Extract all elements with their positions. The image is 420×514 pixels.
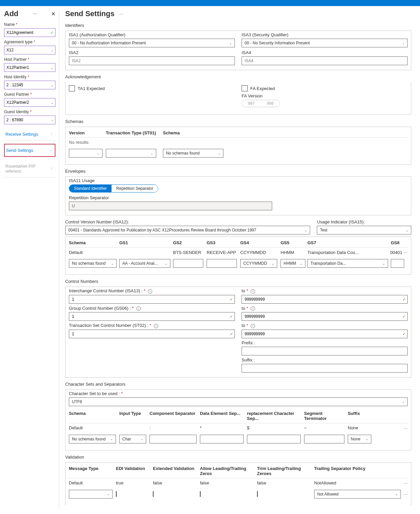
host-identity-label: Host Identity * bbox=[4, 75, 55, 79]
env-gs8-input[interactable] bbox=[391, 259, 404, 268]
cs-inputtype-select[interactable]: Char⌄ bbox=[119, 435, 146, 443]
info-icon[interactable]: i bbox=[251, 289, 255, 294]
cs-suffix-select[interactable]: None⌄ bbox=[348, 435, 371, 443]
ctrl-label: Control Numbers bbox=[65, 279, 411, 284]
cs-segterm-input[interactable] bbox=[304, 435, 344, 443]
charset-used-label: Character Set to be used : * bbox=[69, 391, 408, 396]
ta1-checkbox[interactable]: TA1 Expected bbox=[69, 85, 235, 91]
rep-sep-input bbox=[69, 202, 272, 210]
isa2-input[interactable] bbox=[69, 56, 235, 65]
row-more-icon[interactable]: ··· bbox=[404, 250, 408, 255]
val-trim-checkbox[interactable] bbox=[257, 491, 258, 497]
isa11-label: ISA11 Usage bbox=[69, 178, 408, 183]
val-leading-checkbox[interactable] bbox=[200, 491, 201, 497]
suffix-input[interactable] bbox=[242, 364, 408, 373]
envelopes-section: ISA11 Usage Standard Identifier Repetiti… bbox=[65, 176, 411, 215]
env-gs5-select[interactable]: HHMM⌄ bbox=[281, 259, 305, 268]
host-partner-label: Host Partner * bbox=[4, 57, 55, 62]
guest-partner-select[interactable] bbox=[4, 98, 55, 107]
schemas-label: Schemas bbox=[65, 119, 411, 124]
guest-identity-select[interactable] bbox=[4, 116, 55, 124]
val-edi-checkbox[interactable] bbox=[116, 491, 117, 497]
info-icon[interactable]: i bbox=[136, 306, 141, 311]
cs-compsep-input[interactable] bbox=[150, 435, 197, 443]
page-more-icon[interactable]: ··· bbox=[119, 11, 123, 16]
st02-from-input[interactable] bbox=[69, 330, 235, 338]
isa4-input[interactable] bbox=[242, 56, 408, 65]
fa-version-label: FA Version bbox=[242, 93, 408, 98]
isa12-select[interactable]: 00401 - Standards Approved for Publicati… bbox=[65, 226, 310, 234]
send-settings-link[interactable]: Send Settings〉 bbox=[4, 144, 55, 157]
schema-version-select[interactable]: ⌄ bbox=[69, 149, 102, 158]
envelopes-label: Envelopes bbox=[65, 169, 411, 174]
val-policy-select[interactable]: Not Allowed⌄ bbox=[314, 490, 401, 499]
cs-schema-select[interactable]: No schemas found⌄ bbox=[69, 435, 116, 443]
no-results: No results bbox=[69, 138, 408, 147]
row-more-icon[interactable]: ··· bbox=[404, 480, 408, 486]
env-gs4-select[interactable]: CCYYMMDD⌄ bbox=[240, 259, 277, 268]
isa1-label: ISA1 (Authorization Qualifier) bbox=[69, 32, 235, 37]
st02-to-input[interactable] bbox=[242, 330, 408, 338]
validation-label: Validation bbox=[65, 455, 411, 460]
sidebar-more-icon[interactable]: ··· bbox=[33, 11, 37, 17]
env-gs7-select[interactable]: Transportation Da...⌄ bbox=[307, 259, 388, 268]
val-msgtype-select[interactable]: ⌄ bbox=[69, 490, 113, 499]
sidebar-title: Add bbox=[4, 9, 18, 18]
check-icon: ✓ bbox=[50, 31, 53, 35]
validation-section: Message Type EDI Validation Extended Val… bbox=[65, 462, 411, 505]
info-icon[interactable]: i bbox=[251, 306, 255, 311]
env-schema-select[interactable]: No schemas found⌄ bbox=[69, 259, 117, 268]
gs06-to-input[interactable] bbox=[242, 312, 408, 321]
agreement-type-label: Agreement type * bbox=[4, 40, 55, 44]
st02-to-label: to * i bbox=[242, 323, 408, 328]
isa13-to-input[interactable] bbox=[242, 295, 408, 304]
fa-version-toggle[interactable]: 997999 bbox=[242, 100, 280, 107]
isa3-select[interactable]: 00 - No Security Information Present⌄ bbox=[242, 39, 408, 47]
guest-partner-label: Guest Partner * bbox=[4, 92, 55, 97]
env-gs2-input[interactable] bbox=[173, 259, 203, 268]
page-title: Send Settings bbox=[65, 9, 115, 18]
val-ext-checkbox[interactable] bbox=[153, 491, 154, 497]
isa15-label: Usage Indicator (ISA15): bbox=[317, 219, 411, 224]
isa13-from-input[interactable] bbox=[69, 295, 235, 304]
isa11-toggle[interactable]: Standard Identifier Repetition Separator bbox=[69, 184, 158, 192]
receive-settings-link[interactable]: Receive Settings〉 bbox=[4, 128, 55, 140]
identifiers-section: ISA1 (Authorization Qualifier) 00 - No A… bbox=[65, 31, 411, 70]
host-identity-select[interactable] bbox=[4, 81, 55, 89]
gs06-to-label: to * i bbox=[242, 306, 408, 311]
schema-select[interactable]: No schemas found⌄ bbox=[163, 149, 223, 158]
info-icon[interactable]: i bbox=[251, 324, 255, 328]
add-sidebar: Add ··· ✕ Name * ✓ Agreement type * ⌄ Ho… bbox=[4, 9, 59, 509]
close-icon[interactable]: ✕ bbox=[51, 11, 55, 17]
cs-datasep-input[interactable] bbox=[200, 435, 244, 443]
row-more-icon[interactable]: ··· bbox=[404, 425, 408, 431]
host-partner-select[interactable] bbox=[4, 63, 55, 72]
chevron-down-icon: ⌄ bbox=[402, 41, 405, 45]
chevron-right-icon: 〉 bbox=[51, 132, 54, 137]
chevron-right-icon: 〉 bbox=[51, 166, 54, 171]
agreement-type-select[interactable] bbox=[4, 46, 55, 54]
identifiers-label: Identifiers bbox=[65, 23, 411, 28]
info-icon[interactable]: i bbox=[148, 289, 152, 294]
check-icon: ✓ bbox=[403, 297, 406, 301]
isa4-label: ISA4 bbox=[242, 50, 408, 55]
row-more-icon[interactable]: ··· bbox=[404, 491, 408, 497]
charset-select[interactable]: UTF8⌄ bbox=[69, 397, 408, 406]
st02-label: Transaction Set Control Number (ST02) : … bbox=[69, 323, 235, 328]
rosettanet-link[interactable]: RosettaNet PIP referenc〉 bbox=[4, 160, 55, 177]
isa1-select[interactable]: 00 - No Authorization Information Presen… bbox=[69, 39, 235, 47]
env-gs3-input[interactable] bbox=[207, 259, 237, 268]
ack-section: TA1 Expected FA Expected FA Version 9979… bbox=[65, 82, 411, 115]
env-gs1-select[interactable]: AA - Account Anal...⌄ bbox=[119, 259, 170, 268]
gs06-label: Group Control Number (GS06) : * i bbox=[69, 306, 235, 311]
cs-replsep-input[interactable] bbox=[247, 435, 301, 443]
prefix-input[interactable] bbox=[242, 347, 408, 355]
schema-txtype-select[interactable]: ⌄ bbox=[106, 149, 156, 158]
isa15-select[interactable]: Test⌄ bbox=[317, 226, 411, 234]
fa-checkbox[interactable]: FA Expected bbox=[242, 85, 408, 91]
gs06-from-input[interactable] bbox=[69, 312, 235, 321]
chevron-down-icon: ⌄ bbox=[229, 41, 232, 45]
schemas-section: Version Transaction Type (ST01) Schema N… bbox=[65, 127, 411, 165]
info-icon[interactable]: i bbox=[154, 324, 158, 328]
name-field[interactable] bbox=[4, 28, 55, 37]
